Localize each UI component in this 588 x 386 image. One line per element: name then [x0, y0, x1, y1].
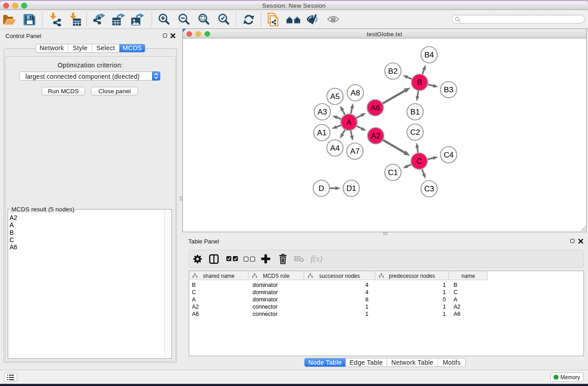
svg-text:D1: D1: [346, 184, 356, 193]
svg-text:B3: B3: [444, 86, 454, 94]
svg-text:A2: A2: [371, 132, 381, 140]
svg-text:B2: B2: [388, 67, 398, 76]
svg-text:A3: A3: [318, 108, 327, 116]
svg-text:B1: B1: [411, 108, 420, 116]
svg-text:A1: A1: [317, 129, 327, 137]
svg-text:C3: C3: [424, 185, 434, 193]
svg-text:A8: A8: [351, 89, 360, 97]
svg-text:C: C: [416, 157, 422, 166]
svg-text:D: D: [319, 184, 324, 193]
svg-text:A7: A7: [350, 147, 360, 156]
svg-text:B4: B4: [425, 51, 434, 59]
svg-text:A4: A4: [330, 144, 340, 152]
svg-text:C2: C2: [410, 128, 420, 137]
svg-text:C4: C4: [444, 151, 454, 159]
svg-text:B: B: [417, 78, 422, 87]
svg-text:A5: A5: [330, 92, 340, 101]
svg-text:A6: A6: [371, 104, 380, 112]
svg-text:A: A: [346, 118, 352, 127]
svg-text:C1: C1: [388, 168, 398, 177]
